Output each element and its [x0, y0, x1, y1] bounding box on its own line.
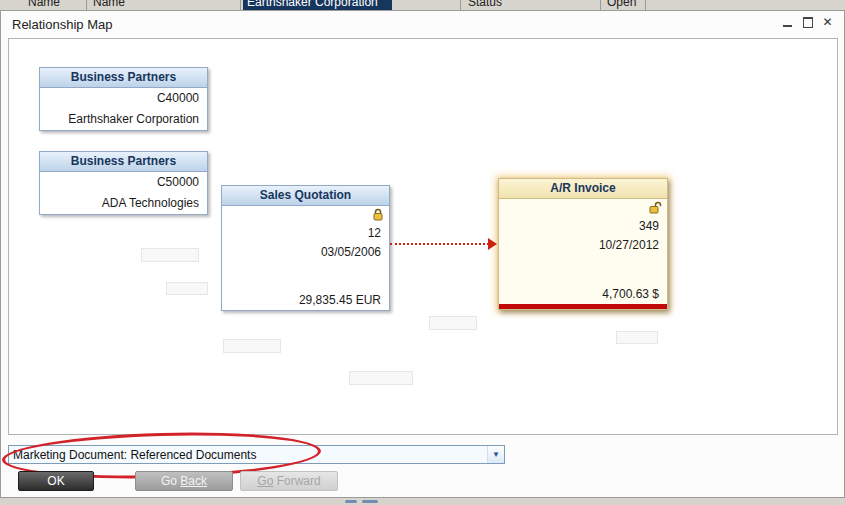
relationship-map-canvas: Business Partners C40000 Earthshaker Cor… [8, 38, 838, 435]
bg-cell-divider [645, 0, 646, 10]
node-sales-quotation[interactable]: Sales Quotation 12 03/05/2006 29,835.45 … [221, 185, 390, 311]
node-title: Business Partners [40, 68, 207, 88]
bg-column-name-2: Name [93, 0, 125, 9]
ghost-node [616, 331, 658, 344]
doc-number: 12 [222, 224, 389, 243]
bp-name: ADA Technologies [40, 193, 207, 214]
bg-cell-divider [86, 0, 87, 10]
bg-column-name-1: Name [28, 0, 60, 9]
go-forward-button[interactable]: Go Forward [240, 471, 338, 491]
map-mode-select[interactable]: Marketing Document: Referenced Documents… [8, 445, 505, 464]
close-icon: ✕ [822, 16, 832, 29]
bg-column-status: Status [468, 0, 502, 9]
button-label: Go [161, 474, 180, 488]
go-back-button[interactable]: Go Back [135, 471, 233, 491]
dialog-title: Relationship Map [12, 17, 112, 32]
lock-open-icon [648, 201, 662, 217]
node-business-partner-c40000[interactable]: Business Partners C40000 Earthshaker Cor… [39, 67, 208, 131]
bp-name: Earthshaker Corporation [40, 109, 207, 130]
dropdown-arrow-icon[interactable]: ▼ [487, 446, 504, 463]
bg-cell-divider [600, 0, 601, 10]
bg-cell-divider [460, 0, 461, 10]
maximize-button[interactable] [801, 16, 814, 29]
window-controls: ✕ [781, 16, 834, 29]
button-label-mnemonic: Go [257, 474, 273, 488]
node-business-partner-c50000[interactable]: Business Partners C50000 ADA Technologie… [39, 151, 208, 215]
ghost-node [166, 282, 208, 295]
doc-number: 349 [499, 217, 667, 236]
node-title: Sales Quotation [222, 186, 389, 206]
bp-code: C40000 [40, 88, 207, 109]
background-bottom-strip [0, 498, 845, 505]
ok-button[interactable]: OK [18, 471, 94, 491]
bg-cell-divider [240, 0, 241, 10]
invoice-alert-bar [499, 304, 667, 309]
doc-total: 4,700.63 $ [499, 284, 667, 304]
close-button[interactable]: ✕ [821, 16, 834, 29]
minimize-icon [783, 25, 792, 27]
background-table-row: Name Name Earthshaker Corporation Status… [0, 0, 845, 10]
relationship-arrowhead-icon [488, 238, 497, 250]
button-label-mnemonic: Back [180, 474, 207, 488]
bg-selected-cell-text: Earthshaker Corporation [247, 0, 378, 9]
bp-code: C50000 [40, 172, 207, 193]
lock-closed-icon [372, 208, 384, 224]
dropdown-arrow-glyph: ▼ [492, 450, 500, 459]
ghost-node [349, 371, 413, 385]
minimize-button[interactable] [781, 16, 794, 29]
button-label: Forward [273, 474, 320, 488]
ghost-node [141, 248, 199, 262]
bg-partial-text [345, 500, 357, 503]
node-ar-invoice[interactable]: A/R Invoice 349 10/27/2012 4,700.63 $ [498, 178, 668, 310]
doc-date: 10/27/2012 [499, 236, 667, 255]
map-mode-value: Marketing Document: Referenced Documents [9, 448, 487, 462]
doc-total: 29,835.45 EUR [222, 290, 389, 310]
node-title: Business Partners [40, 152, 207, 172]
ghost-node [223, 339, 281, 353]
maximize-icon [803, 17, 813, 28]
relationship-map-dialog: Relationship Map ✕ Business Partners C40… [0, 10, 845, 498]
relationship-arrow [390, 243, 489, 245]
doc-date: 03/05/2006 [222, 243, 389, 262]
bg-selected-cell: Earthshaker Corporation [243, 0, 392, 10]
bg-partial-text [362, 500, 378, 503]
bg-status-value: Open [607, 0, 636, 9]
ghost-node [429, 316, 477, 330]
button-label: OK [47, 474, 64, 488]
node-title: A/R Invoice [499, 179, 667, 199]
